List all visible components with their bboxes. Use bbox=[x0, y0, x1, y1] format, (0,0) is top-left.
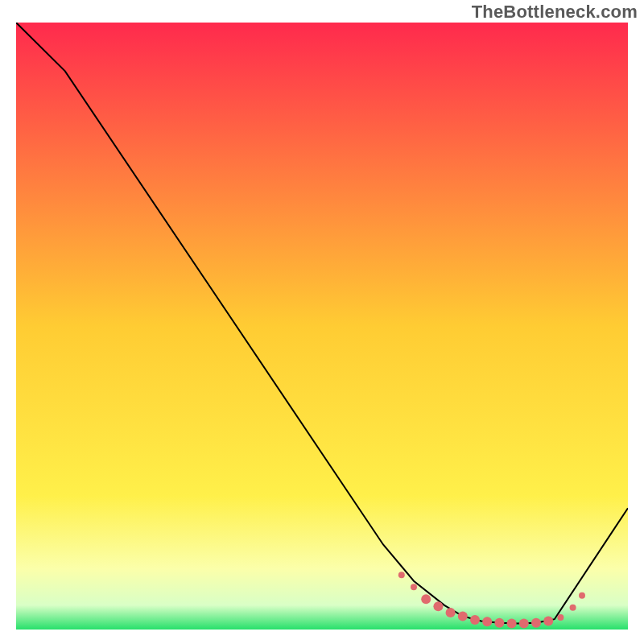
flat-marker bbox=[507, 618, 517, 628]
flat-marker bbox=[557, 614, 564, 621]
flat-marker bbox=[570, 605, 576, 611]
flat-marker bbox=[411, 584, 417, 590]
plot-area bbox=[16, 23, 628, 630]
flat-marker bbox=[519, 618, 529, 628]
flat-marker bbox=[433, 601, 443, 611]
flat-marker bbox=[398, 572, 405, 578]
flat-marker bbox=[446, 608, 456, 617]
flat-marker bbox=[579, 592, 585, 599]
gradient-background bbox=[16, 23, 628, 630]
flat-marker bbox=[543, 616, 553, 625]
flat-marker bbox=[531, 618, 541, 628]
chart-svg bbox=[16, 23, 628, 630]
flat-marker bbox=[482, 617, 492, 626]
watermark-label: TheBottleneck.com bbox=[472, 2, 638, 23]
chart-container: TheBottleneck.com bbox=[0, 0, 644, 644]
flat-marker bbox=[458, 611, 468, 621]
flat-marker bbox=[494, 618, 504, 628]
flat-marker bbox=[421, 594, 431, 604]
flat-marker bbox=[470, 615, 480, 625]
